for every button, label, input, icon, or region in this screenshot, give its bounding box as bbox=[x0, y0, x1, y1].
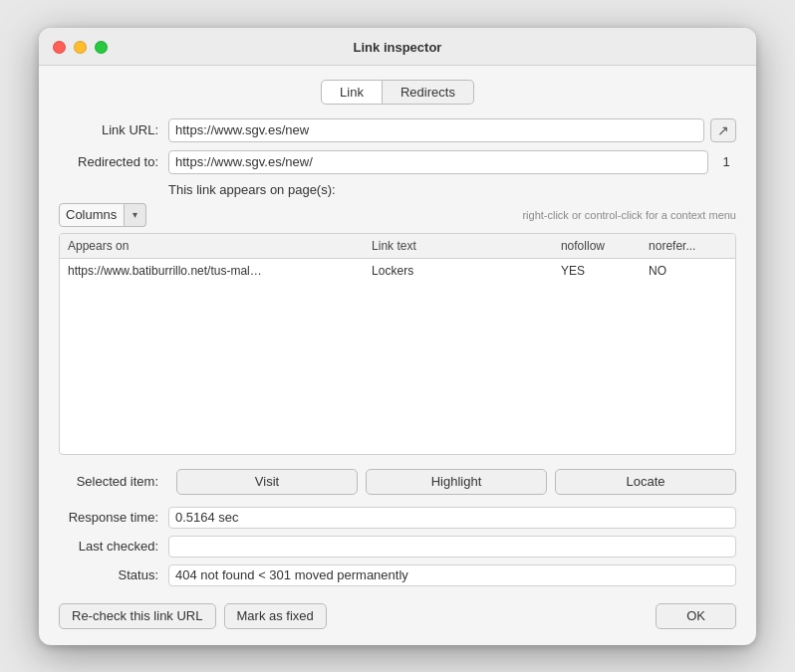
pages-table: Appears on Link text nofollow norefer...… bbox=[60, 234, 735, 283]
redirect-count: 1 bbox=[716, 154, 736, 169]
selected-item-row: Selected item: Visit Highlight Locate bbox=[59, 469, 736, 495]
redirected-to-label: Redirected to: bbox=[59, 154, 168, 169]
close-button[interactable] bbox=[53, 41, 66, 54]
main-window: Link inspector Link Redirects Link URL: … bbox=[39, 28, 756, 645]
col-header-nofollow: nofollow bbox=[553, 234, 641, 259]
redirected-to-row: Redirected to: 1 bbox=[59, 150, 736, 174]
redirected-to-input[interactable] bbox=[168, 150, 708, 174]
status-row: Status: 404 not found < 301 moved perman… bbox=[59, 564, 736, 586]
status-value: 404 not found < 301 moved permanently bbox=[168, 564, 736, 586]
link-url-input[interactable] bbox=[168, 118, 704, 142]
cell-link-text: Lockers bbox=[364, 258, 553, 283]
recheck-button[interactable]: Re-check this link URL bbox=[59, 603, 216, 629]
visit-button[interactable]: Visit bbox=[176, 469, 358, 495]
col-header-link-text: Link text bbox=[364, 234, 553, 259]
minimize-button[interactable] bbox=[74, 41, 87, 54]
table-row[interactable]: https://www.batiburrillo.net/tus-mal… Lo… bbox=[60, 258, 735, 283]
last-checked-row: Last checked: bbox=[59, 536, 736, 558]
maximize-button[interactable] bbox=[95, 41, 108, 54]
ok-button[interactable]: OK bbox=[656, 603, 736, 629]
last-checked-value bbox=[168, 536, 736, 558]
external-link-icon: ↗ bbox=[717, 122, 729, 138]
content-area: Link Redirects Link URL: ↗ Redirected to… bbox=[39, 66, 756, 645]
mark-fixed-button[interactable]: Mark as fixed bbox=[224, 603, 327, 629]
selected-item-label: Selected item: bbox=[59, 474, 168, 489]
chevron-down-icon: ▾ bbox=[132, 209, 137, 220]
response-time-label: Response time: bbox=[59, 510, 168, 525]
locate-button[interactable]: Locate bbox=[555, 469, 736, 495]
columns-select[interactable]: Columns bbox=[59, 203, 125, 227]
context-menu-hint: right-click or control-click for a conte… bbox=[522, 209, 736, 221]
link-url-row: Link URL: ↗ bbox=[59, 118, 736, 142]
table-header-row: Appears on Link text nofollow norefer... bbox=[60, 234, 735, 259]
tab-redirects[interactable]: Redirects bbox=[383, 80, 474, 105]
cell-appears-on: https://www.batiburrillo.net/tus-mal… bbox=[60, 258, 364, 283]
window-title: Link inspector bbox=[354, 40, 442, 55]
response-time-row: Response time: 0.5164 sec bbox=[59, 507, 736, 529]
columns-row: Columns ▾ right-click or control-click f… bbox=[59, 203, 736, 227]
appears-on-label: This link appears on page(s): bbox=[168, 182, 736, 197]
link-url-label: Link URL: bbox=[59, 122, 168, 137]
cell-noref: NO bbox=[641, 258, 735, 283]
cell-nofollow: YES bbox=[553, 258, 641, 283]
col-header-appears-on: Appears on bbox=[60, 234, 364, 259]
footer-buttons: Re-check this link URL Mark as fixed OK bbox=[59, 603, 736, 629]
columns-selector: Columns ▾ bbox=[59, 203, 146, 227]
tab-link[interactable]: Link bbox=[321, 80, 383, 105]
status-label: Status: bbox=[59, 567, 168, 582]
columns-dropdown-button[interactable]: ▾ bbox=[125, 203, 146, 227]
pages-table-container: Appears on Link text nofollow norefer...… bbox=[59, 233, 736, 455]
last-checked-label: Last checked: bbox=[59, 539, 168, 554]
response-time-value: 0.5164 sec bbox=[168, 507, 736, 529]
external-link-button[interactable]: ↗ bbox=[710, 118, 736, 142]
title-bar: Link inspector bbox=[39, 28, 756, 66]
tabs-row: Link Redirects bbox=[59, 80, 736, 105]
highlight-button[interactable]: Highlight bbox=[366, 469, 547, 495]
col-header-noref: norefer... bbox=[641, 234, 735, 259]
traffic-lights bbox=[53, 41, 108, 54]
